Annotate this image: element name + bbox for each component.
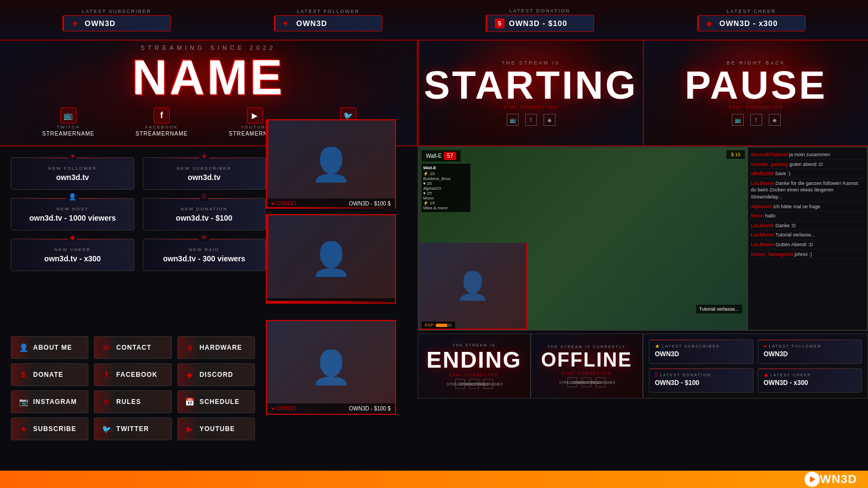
rules-button[interactable]: ⊘ RULES <box>94 390 171 413</box>
twitter-button[interactable]: 🐦 TWITTER <box>94 418 171 440</box>
webcam-right-label-3: OWN3D - $100 $ <box>349 406 391 412</box>
latest-donation-label: LATEST DONATION <box>509 8 571 14</box>
twitch-handle: STREAMERNAME <box>42 131 94 137</box>
new-follower-panel: ♥ NEW FOLLOWER own3d.tv <box>11 157 135 190</box>
hud-score: 57 <box>444 152 456 160</box>
latest-subscriber-label: LATEST SUBSCRIBER <box>82 9 151 14</box>
game-cheer-value: OWN3D - x300 <box>764 379 857 387</box>
discord-button[interactable]: ◆ DISCORD <box>177 363 255 386</box>
latest-donation-box: 5 OWN3D - $100 <box>486 15 594 32</box>
game-cheer-icon: ◆ <box>764 372 768 378</box>
follower-icon: ♥ <box>68 152 76 160</box>
latest-follower-alert: LATEST FOLLOWER ♥ OWN3D <box>269 9 388 31</box>
contact-button[interactable]: ✉ CONTACT <box>94 336 171 359</box>
instagram-label: INSTAGRAM <box>33 398 77 406</box>
chat-msg-6: Moon hallo <box>751 211 864 221</box>
game-follower-label: LATEST FOLLOWER <box>769 344 821 348</box>
youtube-icon: ▶ <box>247 107 263 124</box>
facebook-icon: f <box>154 107 170 124</box>
webcam-person-2: 👤 <box>267 215 395 303</box>
instagram-button[interactable]: 📷 INSTAGRAM <box>11 390 88 413</box>
stream-name: NAME <box>0 53 417 102</box>
webcam-person-1: 👤 <box>267 120 395 209</box>
ending-offline-section: THE STREAM IS ENDING STAY CONNECTED STRE… <box>418 333 643 399</box>
latest-cheer-name: OWN3D - x300 <box>719 19 778 28</box>
panel-btn-row-3: 📷 INSTAGRAM ⊘ RULES 📅 SCHEDULE <box>11 390 255 413</box>
contact-label: CONTACT <box>116 344 151 351</box>
latest-follower-box: ♥ OWN3D <box>274 15 382 31</box>
new-host-value: own3d.tv - 1000 viewers <box>29 214 116 222</box>
twitch-platform: TWITCH <box>56 125 80 130</box>
new-donation-label: NEW DONATION <box>181 207 228 211</box>
subscribe-icon: ★ <box>18 423 29 434</box>
webcam-person-3: 👤 <box>267 321 395 414</box>
new-donation-panel: 5 NEW DONATION own3d.tv - $100 <box>143 198 266 230</box>
instagram-icon: 📷 <box>18 396 29 407</box>
chat-msg-4: LoLblume Danke für die ganzen follower! … <box>751 179 864 202</box>
alert-row-3: ◆ NEW CHEER own3d.tv - x300 👁 NEW RAID o… <box>11 239 266 271</box>
about-me-button[interactable]: 👤 ABOUT ME <box>11 336 88 359</box>
donate-label: DONATE <box>33 371 63 378</box>
youtube-button[interactable]: ▶ YOUTUBE <box>177 418 255 440</box>
subscribe-label: SUBSCRIBE <box>33 425 76 433</box>
offline-icon-3: STREAMNAME3 <box>596 377 605 387</box>
contact-icon: ✉ <box>101 342 112 353</box>
ending-icon-3: STREAMNAME3 <box>483 379 493 389</box>
webcam-overlay-1: ♥ OWN3D OWN3D - $100 $ <box>267 198 395 209</box>
pause-text: PAUSE <box>685 66 827 105</box>
donate-button[interactable]: $ DONATE <box>11 363 88 386</box>
game-latest-subscriber: ★ LATEST SUBSCRIBER OWN3D <box>649 339 754 364</box>
latest-donation-name: OWN3D - $100 <box>509 19 567 28</box>
schedule-button[interactable]: 📅 SCHEDULE <box>177 390 255 413</box>
heart-icon: ♥ <box>283 19 292 28</box>
game-latest-follower: ♥ LATEST FOLLOWER OWN3D <box>758 339 863 364</box>
webcam-right-label-1: OWN3D - $100 $ <box>349 201 391 207</box>
chat-text-3: Save :) <box>775 171 791 176</box>
logo-play-icon <box>805 472 820 487</box>
chat-user-10: Ghost_Tamagochi <box>751 252 793 257</box>
offline-panel: THE STREAM IS CURRENTLY OFFLINE STAY CON… <box>531 333 643 399</box>
chat-user-1: SecondChannel <box>751 152 788 157</box>
subscribe-button[interactable]: ★ SUBSCRIBE <box>11 418 88 440</box>
hud-player: Wall-E <box>426 153 442 159</box>
discord-label: DISCORD <box>200 371 233 378</box>
new-host-panel: 👤 NEW HOST own3d.tv - 1000 viewers <box>11 198 135 230</box>
diamond-icon: ◆ <box>706 19 715 28</box>
starting-panel: THE STREAM IS STARTING STAY CONNECTED 📺 … <box>418 41 643 146</box>
hardware-button[interactable]: 🖥 HARDWARE <box>177 336 255 359</box>
youtube-platform: YOUTUBE <box>241 125 270 130</box>
game-section: Wall-E 57 Wall-E ⚡ 29 Bubbloo_Bros ♥ 26 … <box>418 146 868 331</box>
starting-fb-icon: f <box>525 114 537 126</box>
facebook-btn-icon: f <box>101 369 112 380</box>
about-me-icon: 👤 <box>18 342 29 353</box>
latest-subscriber-name: OWN3D <box>85 19 116 28</box>
top-alerts-bar: LATEST SUBSCRIBER ★ OWN3D LATEST FOLLOWE… <box>0 0 868 41</box>
game-latest-cheer: ◆ LATEST CHEER OWN3D - x300 <box>758 368 863 393</box>
chat-text-9: Gutten Abend! :D <box>776 242 813 247</box>
offline-subtitle: STAY CONNECTED <box>562 371 611 375</box>
twitter-btn-icon: 🐦 <box>101 423 112 434</box>
schedule-label: SCHEDULE <box>200 398 240 406</box>
twitch-icon: 📺 <box>60 107 76 124</box>
chat-msg-3: xBoltz193 Save :) <box>751 169 864 179</box>
chat-user-4: LoLblume <box>751 181 774 186</box>
new-cheer-label: NEW CHEER <box>54 247 91 252</box>
chat-msg-5: AlphaGO ich hätte mal ne frage <box>751 202 864 212</box>
game-sub-value: OWN3D <box>655 350 748 358</box>
offline-icons: STREAMNAME STREAMNAME2 STREAMNAME3 <box>567 377 605 387</box>
star-icon: ★ <box>72 19 80 28</box>
alert-row-1: ♥ NEW FOLLOWER own3d.tv ★ NEW SUBSCRIBER… <box>11 157 266 190</box>
donation-badge-icon: 5 <box>200 193 208 201</box>
new-subscriber-value: own3d.tv <box>188 173 221 182</box>
game-screen: Wall-E 57 Wall-E ⚡ 29 Bubbloo_Bros ♥ 26 … <box>419 147 748 330</box>
latest-cheer-alert: LATEST CHEER ◆ OWN3D - x300 <box>692 9 811 31</box>
pause-twitch-icon: 📺 <box>732 114 744 126</box>
youtube-label: YOUTUBE <box>200 425 235 433</box>
ending-panel: THE STREAM IS ENDING STAY CONNECTED STRE… <box>418 333 531 399</box>
about-me-label: ABOUT ME <box>33 344 72 351</box>
chat-msg-8: LoLblume Tutorial verlasse... <box>751 230 864 240</box>
game-latest-donation: 5 LATEST DONATION OWN3D - $100 <box>649 368 754 393</box>
chat-text-10: johnni :) <box>794 252 812 257</box>
facebook-platform: FACEBOOK <box>145 125 178 130</box>
facebook-button[interactable]: f FACEBOOK <box>94 363 171 386</box>
